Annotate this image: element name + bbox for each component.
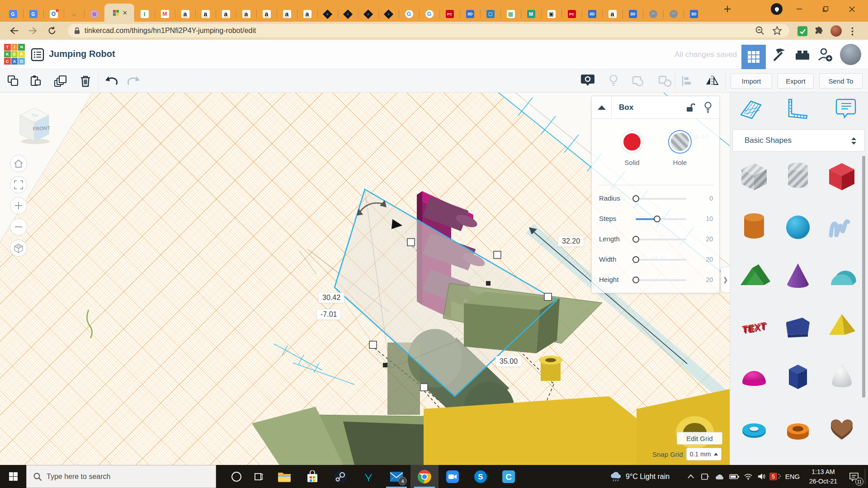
tab-close-icon[interactable]: ✕ [123,9,127,16]
view-cube[interactable]: FRONT TOP [15,104,54,148]
url-field[interactable]: tinkercad.com/things/hn1PNfi2P4Y-jumping… [68,24,789,38]
duplicate-icon[interactable] [53,74,68,88]
tab-amazon[interactable]: a [175,6,195,22]
delete-icon[interactable] [78,74,93,88]
tab-bolt-3d[interactable]: ⚡ [338,6,358,22]
tab-bolt-3d[interactable]: ⚡ [358,6,378,22]
show-all-icon[interactable] [580,74,595,88]
tablet-mode-icon[interactable] [698,465,712,488]
tab-pcpartpicker[interactable]: PC [561,6,582,22]
dimension-width[interactable]: 32.20 [558,236,584,247]
shape-sphere[interactable] [776,207,820,245]
shape-hexagonal-prism[interactable] [776,359,820,397]
onedrive-icon[interactable] [712,465,727,488]
taskbar-search[interactable]: Type here to search [26,465,216,488]
tab-amazon[interactable]: a [195,6,216,22]
bookmark-star-icon[interactable] [772,26,782,38]
slider-height[interactable]: Height 20 [592,274,720,287]
snap-grid-select[interactable]: 0.1 mm [686,448,722,460]
shape-cylinder-hole[interactable] [776,157,820,195]
tab-amazon[interactable]: a [277,6,297,22]
mirror-icon[interactable] [704,74,720,88]
slider-knob[interactable] [654,216,660,222]
slider-track[interactable] [636,239,686,240]
shape-heart[interactable] [820,410,864,448]
start-button[interactable] [0,465,26,488]
notification-center-icon[interactable]: 11 [844,465,864,488]
slider-width[interactable]: Width 20 [592,253,720,267]
blocks-view-button[interactable] [741,45,766,69]
tab-printer-green[interactable]: ▦ [500,6,521,22]
shape-box[interactable] [820,157,864,195]
tab-active-tinkercad[interactable]: ✕ [104,4,134,22]
close-window-button[interactable] [839,0,864,18]
reload-button[interactable] [46,25,58,37]
highlight-bulb-icon[interactable] [704,102,712,115]
tab-google-translate[interactable]: G [23,6,43,22]
taskbar-app-mail[interactable]: 4 [382,465,410,488]
notes-tool-icon[interactable] [833,96,859,122]
redo-icon[interactable] [127,74,142,88]
minecraft-pickaxe-icon[interactable] [768,45,790,64]
slider-track[interactable] [636,279,686,281]
zoom-in-button[interactable] [10,197,27,214]
shape-box-hole[interactable] [732,157,776,195]
slider-track[interactable] [636,259,686,261]
tab-amazon[interactable]: a [297,6,317,22]
tab-google-translate[interactable]: G [3,6,23,22]
sidebar-scrollbar[interactable] [862,156,865,465]
update-badge-icon[interactable]: 5 [769,465,782,488]
yellow-base[interactable] [424,396,665,465]
shape-tube[interactable] [776,410,820,448]
slider-knob[interactable] [632,195,639,202]
shape-paraboloid[interactable] [820,359,864,397]
shape-half-sphere[interactable] [732,359,776,397]
slider-knob[interactable] [632,256,639,263]
shape-round-roof[interactable] [820,258,864,296]
sidebar-collapse-handle[interactable]: ❯ [721,267,730,293]
shape-roof[interactable] [732,258,776,296]
tab-bolt-3d[interactable]: ⚡ [378,6,399,22]
share-person-icon[interactable] [814,45,836,64]
shape-cone[interactable] [776,258,820,296]
tab-amazon[interactable]: a [236,6,256,22]
taskbar-app-steam[interactable] [326,465,354,488]
undo-icon[interactable] [103,74,118,88]
light-bulb-icon[interactable] [606,74,621,88]
tab-3d-blue[interactable]: 3D [684,6,704,22]
tab-outlook[interactable]: O [43,6,64,22]
slider-knob[interactable] [632,236,639,243]
home-view-button[interactable] [10,155,27,172]
lego-brick-icon[interactable] [791,45,814,64]
taskbar-app-chrome[interactable] [410,465,439,488]
slider-knob[interactable] [632,277,639,283]
show-desktop-divider[interactable] [865,469,865,484]
dimension-pos-x[interactable]: 30.42 [318,292,344,303]
forward-button[interactable] [27,25,39,37]
copy-icon[interactable] [5,74,21,88]
group-icon[interactable] [631,74,646,88]
browser-profile-button[interactable] [768,0,786,18]
document-title[interactable]: Jumping Robot [49,49,115,59]
taskbar-app-zoom[interactable] [439,465,467,488]
project-list-icon[interactable] [28,45,47,64]
taskbar-app-file-explorer[interactable] [270,465,298,488]
tab-3d-blue[interactable]: 3D [623,6,643,22]
taskbar-app-skype[interactable]: S [467,465,495,488]
tab-3d-blue[interactable]: 3D [582,6,602,22]
tab-shield-3d[interactable]: ⬡ [480,6,500,22]
slider-radius[interactable]: Radius 0 [592,192,720,206]
account-avatar[interactable] [839,45,862,64]
collapse-panel-button[interactable] [592,96,612,119]
task-view-icon[interactable] [248,465,269,488]
language-indicator[interactable]: ENG [783,465,802,488]
import-button[interactable]: Import [731,73,772,89]
tab-amazon[interactable]: a [256,6,277,22]
new-tab-button[interactable] [721,0,734,18]
shape-polygon[interactable] [776,309,820,347]
tab-globe[interactable]: ◠ [643,6,663,22]
maximize-button[interactable] [813,0,838,18]
dimension-depth[interactable]: 35.00 [495,356,522,367]
tab-profile-orange[interactable]: ◡ [64,6,84,22]
zoom-page-icon[interactable] [755,26,765,38]
